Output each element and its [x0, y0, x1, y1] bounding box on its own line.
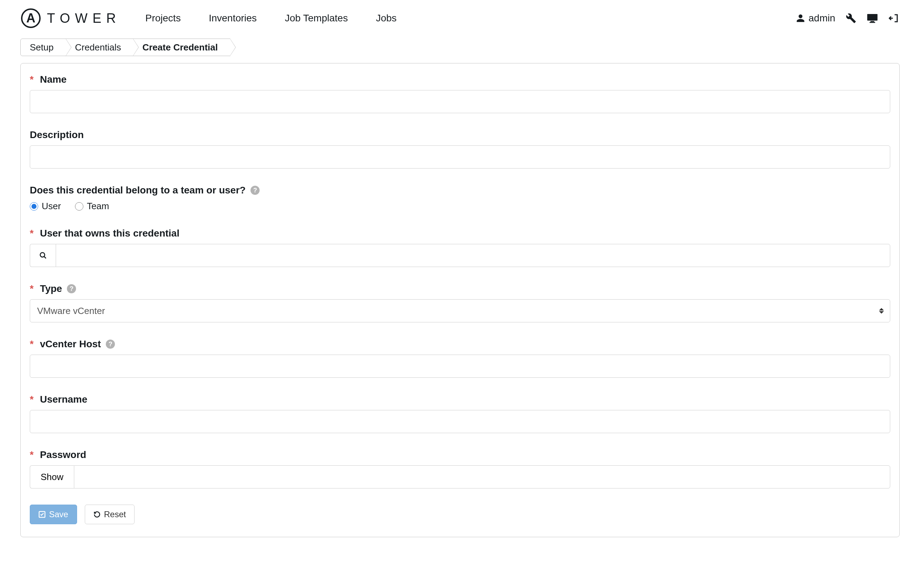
- help-icon[interactable]: ?: [251, 186, 259, 195]
- field-owner-type: Does this credential belong to a team or…: [30, 185, 890, 212]
- required-marker: *: [30, 394, 34, 405]
- radio-team-label: Team: [87, 201, 109, 212]
- save-button-label: Save: [49, 510, 68, 519]
- svg-rect-1: [871, 21, 875, 22]
- top-right-tools: admin: [796, 13, 899, 24]
- required-marker: *: [30, 283, 34, 294]
- name-input[interactable]: [30, 90, 890, 113]
- check-icon: [39, 511, 45, 518]
- help-icon[interactable]: ?: [106, 340, 115, 349]
- password-label: Password: [40, 449, 86, 460]
- settings-icon[interactable]: [846, 13, 856, 23]
- field-password: * Password Show: [30, 449, 890, 489]
- top-nav: A TOWER Projects Inventories Job Templat…: [0, 0, 920, 35]
- reset-button-label: Reset: [104, 510, 126, 519]
- create-credential-form: * Name Description Does this credential …: [20, 63, 900, 537]
- radio-team[interactable]: Team: [75, 201, 109, 212]
- description-input[interactable]: [30, 146, 890, 168]
- select-caret-icon: [879, 308, 884, 314]
- field-name: * Name: [30, 74, 890, 113]
- password-input[interactable]: [74, 465, 890, 489]
- logout-icon[interactable]: [888, 13, 899, 23]
- field-type: * Type ? VMware vCenter: [30, 283, 890, 322]
- password-show-button[interactable]: Show: [30, 465, 74, 489]
- breadcrumb-credentials[interactable]: Credentials: [65, 39, 133, 56]
- current-user[interactable]: admin: [796, 13, 835, 24]
- field-username: * Username: [30, 394, 890, 433]
- svg-point-3: [40, 253, 44, 257]
- primary-nav: Projects Inventories Job Templates Jobs: [146, 13, 397, 24]
- brand-logo-icon: A: [21, 8, 40, 28]
- nav-projects[interactable]: Projects: [146, 13, 181, 24]
- required-marker: *: [30, 449, 34, 460]
- field-description: Description: [30, 129, 890, 168]
- breadcrumb: Setup Credentials Create Credential: [20, 39, 920, 56]
- radio-user-input[interactable]: [30, 202, 38, 211]
- nav-jobs[interactable]: Jobs: [376, 13, 397, 24]
- reset-button[interactable]: Reset: [85, 505, 135, 524]
- required-marker: *: [30, 228, 34, 239]
- search-icon: [39, 252, 47, 259]
- svg-line-4: [44, 256, 46, 259]
- user-owner-label: User that owns this credential: [40, 228, 179, 239]
- user-lookup-button[interactable]: [30, 244, 56, 267]
- user-owner-input[interactable]: [56, 244, 890, 267]
- type-select[interactable]: VMware vCenter: [30, 299, 890, 322]
- radio-user[interactable]: User: [30, 201, 61, 212]
- radio-team-input[interactable]: [75, 202, 83, 211]
- help-icon[interactable]: ?: [67, 284, 76, 293]
- vcenter-host-input[interactable]: [30, 355, 890, 378]
- type-label: Type: [40, 283, 62, 294]
- undo-icon: [94, 511, 100, 518]
- radio-user-label: User: [42, 201, 61, 212]
- username-input[interactable]: [30, 410, 890, 433]
- breadcrumb-setup[interactable]: Setup: [20, 39, 66, 56]
- required-marker: *: [30, 74, 34, 85]
- username-label: Username: [40, 394, 87, 405]
- monitor-icon[interactable]: [867, 13, 878, 23]
- vcenter-host-label: vCenter Host: [40, 339, 101, 350]
- description-label: Description: [30, 129, 84, 141]
- nav-inventories[interactable]: Inventories: [209, 13, 257, 24]
- svg-rect-0: [867, 14, 877, 21]
- svg-rect-2: [870, 22, 875, 23]
- current-user-name: admin: [808, 13, 835, 24]
- brand-name: TOWER: [47, 11, 121, 26]
- form-actions: Save Reset: [30, 505, 890, 524]
- owner-question-label: Does this credential belong to a team or…: [30, 185, 246, 196]
- breadcrumb-create-credential: Create Credential: [133, 39, 230, 56]
- nav-job-templates[interactable]: Job Templates: [285, 13, 348, 24]
- required-marker: *: [30, 339, 34, 350]
- user-icon: [796, 14, 805, 23]
- field-vcenter-host: * vCenter Host ?: [30, 339, 890, 378]
- save-button[interactable]: Save: [30, 505, 77, 524]
- name-label: Name: [40, 74, 66, 85]
- field-user-owner: * User that owns this credential: [30, 228, 890, 267]
- brand: A TOWER: [21, 8, 121, 28]
- type-selected-value: VMware vCenter: [37, 306, 105, 316]
